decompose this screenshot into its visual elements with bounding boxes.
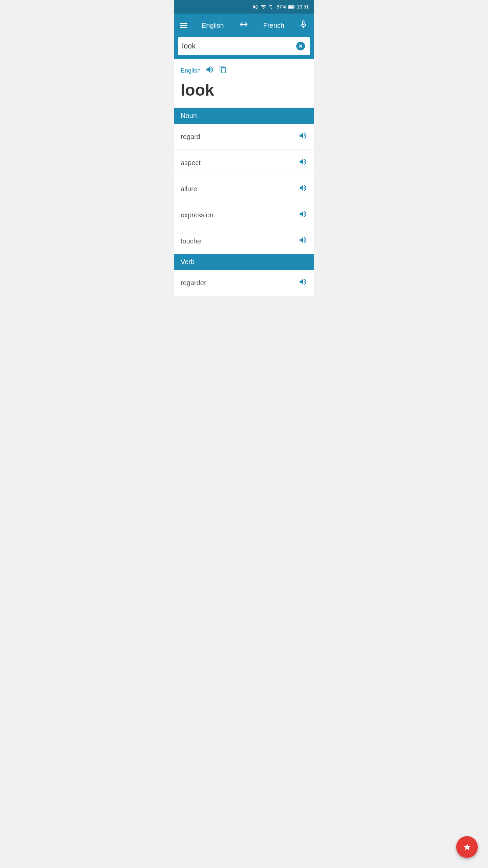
list-item[interactable]: touche — [174, 228, 314, 254]
signal-icon — [268, 4, 274, 10]
wifi-icon — [260, 4, 266, 10]
translation-word: aspect — [181, 159, 201, 167]
section-header-verb: Verb — [174, 254, 314, 270]
sections-container: NounregardaspectallureexpressiontoucheVe… — [174, 108, 314, 296]
microphone-icon[interactable] — [299, 20, 308, 32]
hamburger-menu[interactable] — [180, 23, 187, 28]
list-item[interactable]: regarder — [174, 270, 314, 296]
search-input[interactable] — [182, 42, 295, 51]
translation-card: English look — [174, 59, 314, 108]
list-item[interactable]: allure — [174, 176, 314, 202]
mute-icon — [252, 4, 258, 10]
list-item[interactable]: regard — [174, 124, 314, 150]
clear-search-button[interactable] — [295, 41, 306, 52]
source-language[interactable]: English — [202, 22, 224, 29]
section-header-noun: Noun — [174, 108, 314, 124]
card-copy-button[interactable] — [219, 65, 227, 76]
svg-rect-2 — [294, 6, 295, 8]
source-word: look — [181, 81, 307, 99]
hamburger-line-1 — [180, 23, 187, 24]
translation-word: allure — [181, 185, 197, 193]
hamburger-line-3 — [180, 27, 187, 28]
card-speaker-button[interactable] — [205, 65, 214, 76]
swap-languages-icon[interactable] — [238, 20, 249, 31]
item-speaker-button[interactable] — [299, 236, 307, 246]
status-bar: 87% 13:51 — [174, 0, 314, 14]
item-speaker-button[interactable] — [299, 131, 307, 142]
translation-word: regarder — [181, 279, 206, 287]
search-bar — [174, 37, 314, 59]
translation-word: touche — [181, 237, 201, 245]
app-bar: English French — [174, 14, 314, 37]
translation-list-noun: regardaspectallureexpressiontouche — [174, 124, 314, 254]
card-language: English — [181, 67, 201, 74]
status-icons: 87% 13:51 — [252, 4, 309, 10]
card-header: English — [181, 65, 307, 76]
translation-word: regard — [181, 133, 200, 141]
translation-list-verb: regarder — [174, 270, 314, 296]
list-item[interactable]: expression — [174, 202, 314, 228]
target-language[interactable]: French — [263, 22, 284, 29]
hamburger-line-2 — [180, 25, 187, 26]
item-speaker-button[interactable] — [299, 157, 307, 168]
battery-icon — [288, 4, 295, 9]
item-speaker-button[interactable] — [299, 210, 307, 220]
list-item[interactable]: aspect — [174, 150, 314, 176]
item-speaker-button[interactable] — [299, 277, 307, 288]
item-speaker-button[interactable] — [299, 183, 307, 194]
battery-text: 87% — [277, 4, 286, 9]
translation-word: expression — [181, 211, 214, 219]
search-container — [178, 37, 310, 55]
time-text: 13:51 — [297, 4, 309, 9]
